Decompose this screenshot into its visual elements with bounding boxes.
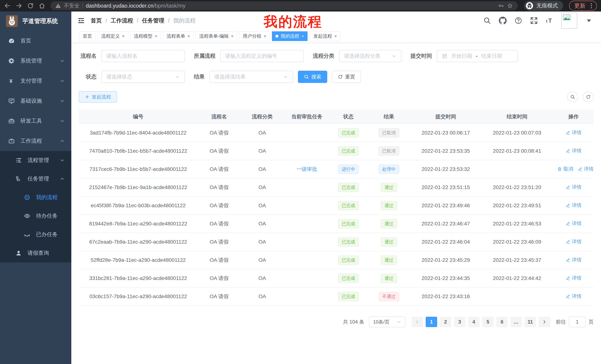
page-size-select[interactable]: 10条/页 xyxy=(369,316,405,327)
sidebar-item[interactable]: 请假查询 xyxy=(0,244,71,262)
status-select[interactable]: 请选择状态 xyxy=(101,71,185,83)
sidebar-item[interactable]: 工作流程 xyxy=(0,131,71,151)
back-icon[interactable] xyxy=(4,2,11,9)
close-icon[interactable]: × xyxy=(155,34,157,39)
home-icon[interactable] xyxy=(39,2,45,9)
search-button[interactable]: 搜索 xyxy=(298,71,327,83)
task-link[interactable]: 一级审批 xyxy=(296,166,317,172)
submit-time-range-input[interactable]: 开始日期 - 结束日期 xyxy=(437,50,518,62)
tab-item[interactable]: 流程表单-编辑× xyxy=(196,31,237,41)
chevron-down-icon xyxy=(60,157,65,163)
next-page-button[interactable] xyxy=(539,317,550,327)
column-header: 流程分类 xyxy=(241,110,284,124)
category-select[interactable]: 请选择流程分类 xyxy=(339,50,401,62)
detail-link[interactable]: 详情 xyxy=(566,275,581,281)
close-icon[interactable]: × xyxy=(187,34,190,39)
process-name-input[interactable]: 请输入流程名 xyxy=(101,50,185,62)
result-badge: 已取消 xyxy=(379,146,399,156)
tab-item[interactable]: 发起流程× xyxy=(310,31,340,41)
detail-link[interactable]: 详情 xyxy=(566,257,581,263)
tab-item[interactable]: 首页 xyxy=(79,31,95,41)
sidebar-item-label: 流程管理 xyxy=(28,157,49,164)
avatar[interactable] xyxy=(561,13,577,29)
close-icon[interactable]: × xyxy=(334,34,337,39)
prev-page-button[interactable] xyxy=(411,317,423,327)
table-row: ec45f38f-7b9a-11ec-b03b-acde48001122OA 请… xyxy=(79,196,594,215)
browser-menu-kebab-icon[interactable] xyxy=(588,2,595,10)
bookmark-star-icon[interactable] xyxy=(507,3,513,9)
sidebar-item[interactable]: 任务管理 xyxy=(0,170,71,188)
tab-item[interactable]: 流程模型× xyxy=(130,31,161,41)
detail-link[interactable]: 详情 xyxy=(566,238,581,245)
close-icon[interactable]: × xyxy=(263,34,266,39)
sidebar-item[interactable]: 待办任务 xyxy=(0,207,71,225)
breadcrumb-item[interactable]: 任务管理 xyxy=(142,17,164,25)
detail-link[interactable]: 详情 xyxy=(566,129,581,136)
page-button[interactable]: 4 xyxy=(468,317,480,327)
result-select[interactable]: 请选择流结果 xyxy=(210,71,293,83)
close-icon[interactable]: × xyxy=(301,34,304,39)
url-bar[interactable]: 不安全 dashboard.yudao.iocoder.cn/bpm/task/… xyxy=(50,1,518,10)
sidebar-item[interactable]: 首页 xyxy=(0,31,71,51)
logo: 芋道管理系统 xyxy=(0,11,71,31)
edit-icon xyxy=(566,258,570,262)
tab-label: 流程表单-编辑 xyxy=(199,33,229,39)
font-size-icon[interactable]: tT xyxy=(546,17,553,25)
sidebar-item[interactable]: 流程管理 xyxy=(0,151,71,170)
eye-icon xyxy=(24,213,30,219)
sidebar-item[interactable]: 研发工具 xyxy=(0,111,71,131)
sidebar: 芋道管理系统 首页系统管理¥支付管理基础设施研发工具工作流程流程管理任务管理我的… xyxy=(0,11,71,364)
breadcrumb-item[interactable]: 工作流程 xyxy=(111,17,133,25)
page-button[interactable]: 2 xyxy=(440,317,451,327)
create-process-button[interactable]: 发起流程 xyxy=(79,91,117,103)
close-icon[interactable]: × xyxy=(122,34,125,39)
help-icon[interactable] xyxy=(514,17,522,25)
cell-id: 67c2eaab-7b9a-11ec-a290-acde48001122 xyxy=(79,233,198,251)
detail-link[interactable]: 详情 xyxy=(566,202,581,209)
sidebar-item[interactable]: 系统管理 xyxy=(0,51,71,71)
show-search-button[interactable] xyxy=(567,91,578,102)
chevron-up-icon xyxy=(60,176,65,182)
tab-item[interactable]: 用户分组× xyxy=(239,31,270,41)
sidebar-menu: 首页系统管理¥支付管理基础设施研发工具工作流程流程管理任务管理我的流程待办任务已… xyxy=(0,31,71,262)
page-button[interactable]: 11 xyxy=(524,317,536,327)
parent-process-input[interactable]: 请输入流程定义的编号 xyxy=(220,50,304,62)
refresh-table-button[interactable] xyxy=(583,91,594,102)
search-icon[interactable] xyxy=(483,17,491,25)
cell-category: OA xyxy=(241,196,284,215)
key-icon[interactable] xyxy=(498,3,504,9)
chevron-down-icon xyxy=(175,74,180,79)
hamburger-icon[interactable] xyxy=(77,17,85,25)
detail-link[interactable]: 详情 xyxy=(566,220,581,227)
status-badge: 已完成 xyxy=(338,292,359,301)
goto-page-input[interactable]: 1 xyxy=(569,316,586,327)
detail-link[interactable]: 详情 xyxy=(566,147,581,154)
sidebar-item[interactable]: ¥支付管理 xyxy=(0,71,71,91)
detail-link[interactable]: 详情 xyxy=(578,166,594,172)
page-button[interactable]: 1 xyxy=(426,317,437,327)
tab-item[interactable]: 流程表单× xyxy=(163,31,193,41)
detail-link[interactable]: 详情 xyxy=(566,184,581,190)
detail-link[interactable]: 详情 xyxy=(566,293,581,299)
cell-name: OA 请假 xyxy=(198,215,241,233)
sidebar-item[interactable]: 已办任务 xyxy=(0,225,71,244)
page-more-button[interactable]: … xyxy=(510,317,522,327)
sidebar-item[interactable]: 基础设施 xyxy=(0,91,71,111)
caret-down-icon[interactable] xyxy=(585,17,593,25)
tab-item[interactable]: 流程定义× xyxy=(98,31,128,41)
github-icon[interactable] xyxy=(499,17,507,25)
page-button[interactable]: 6 xyxy=(496,317,508,327)
cancel-link[interactable]: 取消 xyxy=(557,166,573,172)
breadcrumb-item[interactable]: 首页 xyxy=(91,17,102,25)
reset-button[interactable]: 重置 xyxy=(332,71,361,83)
tab-active[interactable]: 我的流程× xyxy=(272,31,308,41)
update-button[interactable]: 更新 xyxy=(569,1,597,11)
page-button[interactable]: 5 xyxy=(482,317,494,327)
page-button[interactable]: 3 xyxy=(454,317,465,327)
reload-icon[interactable] xyxy=(27,2,34,9)
sidebar-item[interactable]: 我的流程 xyxy=(0,188,71,207)
forward-icon[interactable] xyxy=(16,2,22,9)
cell-current-task xyxy=(284,251,330,269)
close-icon[interactable]: × xyxy=(231,34,233,39)
fullscreen-icon[interactable] xyxy=(530,17,538,25)
